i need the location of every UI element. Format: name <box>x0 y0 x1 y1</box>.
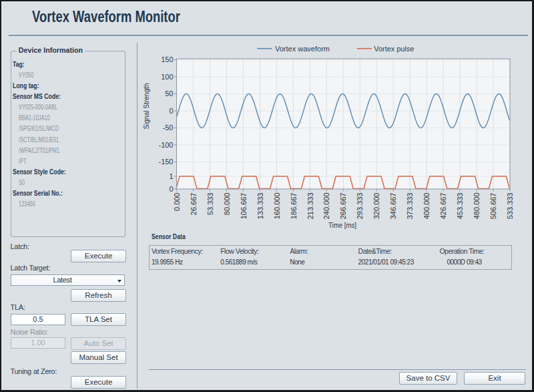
svg-text:0: 0 <box>169 185 173 193</box>
svg-text:533.333: 533.333 <box>506 193 514 220</box>
svg-text:266.667: 266.667 <box>339 193 347 220</box>
svg-text:1: 1 <box>169 172 173 180</box>
svg-text:160.000: 160.000 <box>273 193 281 220</box>
svg-text:373.333: 373.333 <box>406 193 414 220</box>
svg-text:80.000: 80.000 <box>223 193 231 216</box>
svg-text:0.000: 0.000 <box>173 193 181 212</box>
svg-text:53.333: 53.333 <box>206 193 214 216</box>
svg-text:346.667: 346.667 <box>389 193 397 220</box>
svg-text:150: 150 <box>161 55 173 63</box>
svg-text:133.333: 133.333 <box>256 193 264 220</box>
svg-text:213.333: 213.333 <box>306 193 314 220</box>
svg-text:186.667: 186.667 <box>290 193 298 220</box>
svg-text:0: 0 <box>169 107 173 115</box>
svg-text:-150: -150 <box>158 158 173 166</box>
svg-text:320.000: 320.000 <box>372 193 380 220</box>
svg-text:Time [ms]: Time [ms] <box>328 221 356 229</box>
svg-text:-100: -100 <box>158 141 173 149</box>
svg-text:506.667: 506.667 <box>489 193 497 220</box>
svg-text:Vortex pulse: Vortex pulse <box>374 45 414 53</box>
svg-text:26.667: 26.667 <box>190 193 198 216</box>
svg-text:100: 100 <box>161 73 173 81</box>
svg-text:Vortex waveform: Vortex waveform <box>275 45 330 53</box>
svg-text:293.333: 293.333 <box>356 193 364 220</box>
svg-text:453.333: 453.333 <box>456 193 464 220</box>
svg-text:Signal Strength: Signal Strength <box>142 83 150 130</box>
svg-text:240.000: 240.000 <box>322 193 330 220</box>
svg-text:426.667: 426.667 <box>439 193 447 220</box>
svg-text:50: 50 <box>165 89 173 97</box>
svg-text:-50: -50 <box>163 124 174 132</box>
svg-text:106.667: 106.667 <box>240 193 248 220</box>
svg-text:400.000: 400.000 <box>423 193 431 220</box>
svg-text:480.000: 480.000 <box>473 193 481 220</box>
